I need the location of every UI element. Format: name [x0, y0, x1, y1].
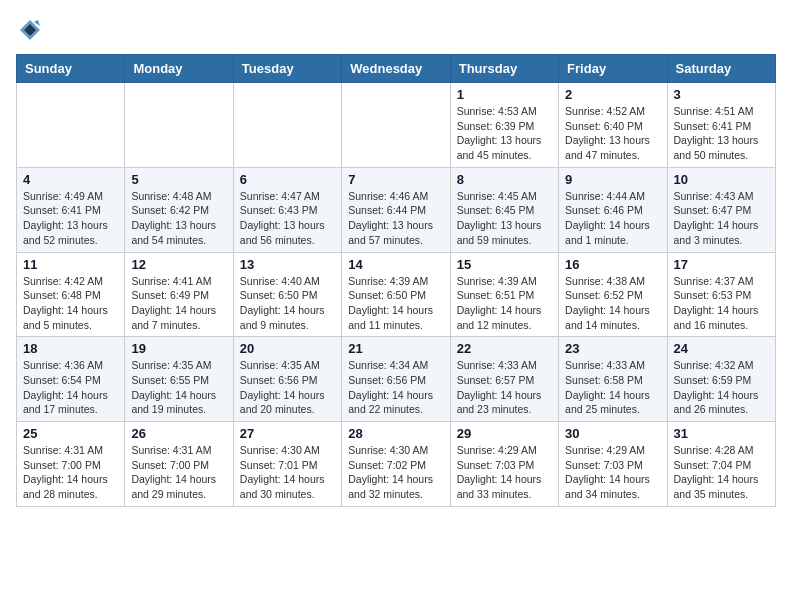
weekday-header: Friday	[559, 55, 667, 83]
day-info: Sunrise: 4:31 AM Sunset: 7:00 PM Dayligh…	[23, 443, 118, 502]
calendar-cell: 16Sunrise: 4:38 AM Sunset: 6:52 PM Dayli…	[559, 252, 667, 337]
weekday-header: Monday	[125, 55, 233, 83]
day-info: Sunrise: 4:51 AM Sunset: 6:41 PM Dayligh…	[674, 104, 769, 163]
day-number: 11	[23, 257, 118, 272]
day-number: 6	[240, 172, 335, 187]
calendar: SundayMondayTuesdayWednesdayThursdayFrid…	[16, 54, 776, 507]
day-info: Sunrise: 4:32 AM Sunset: 6:59 PM Dayligh…	[674, 358, 769, 417]
calendar-week-row: 11Sunrise: 4:42 AM Sunset: 6:48 PM Dayli…	[17, 252, 776, 337]
calendar-week-row: 4Sunrise: 4:49 AM Sunset: 6:41 PM Daylig…	[17, 167, 776, 252]
day-number: 5	[131, 172, 226, 187]
calendar-week-row: 1Sunrise: 4:53 AM Sunset: 6:39 PM Daylig…	[17, 83, 776, 168]
calendar-cell: 22Sunrise: 4:33 AM Sunset: 6:57 PM Dayli…	[450, 337, 558, 422]
calendar-cell: 28Sunrise: 4:30 AM Sunset: 7:02 PM Dayli…	[342, 422, 450, 507]
calendar-cell: 20Sunrise: 4:35 AM Sunset: 6:56 PM Dayli…	[233, 337, 341, 422]
day-info: Sunrise: 4:44 AM Sunset: 6:46 PM Dayligh…	[565, 189, 660, 248]
day-info: Sunrise: 4:29 AM Sunset: 7:03 PM Dayligh…	[565, 443, 660, 502]
day-number: 26	[131, 426, 226, 441]
calendar-cell	[233, 83, 341, 168]
day-info: Sunrise: 4:45 AM Sunset: 6:45 PM Dayligh…	[457, 189, 552, 248]
day-info: Sunrise: 4:48 AM Sunset: 6:42 PM Dayligh…	[131, 189, 226, 248]
calendar-cell: 18Sunrise: 4:36 AM Sunset: 6:54 PM Dayli…	[17, 337, 125, 422]
calendar-cell: 29Sunrise: 4:29 AM Sunset: 7:03 PM Dayli…	[450, 422, 558, 507]
day-info: Sunrise: 4:31 AM Sunset: 7:00 PM Dayligh…	[131, 443, 226, 502]
weekday-header: Wednesday	[342, 55, 450, 83]
day-number: 1	[457, 87, 552, 102]
day-info: Sunrise: 4:33 AM Sunset: 6:57 PM Dayligh…	[457, 358, 552, 417]
day-number: 19	[131, 341, 226, 356]
day-number: 13	[240, 257, 335, 272]
day-number: 10	[674, 172, 769, 187]
day-info: Sunrise: 4:35 AM Sunset: 6:56 PM Dayligh…	[240, 358, 335, 417]
calendar-cell: 17Sunrise: 4:37 AM Sunset: 6:53 PM Dayli…	[667, 252, 775, 337]
day-number: 12	[131, 257, 226, 272]
day-info: Sunrise: 4:49 AM Sunset: 6:41 PM Dayligh…	[23, 189, 118, 248]
day-info: Sunrise: 4:38 AM Sunset: 6:52 PM Dayligh…	[565, 274, 660, 333]
logo	[16, 16, 48, 44]
day-number: 3	[674, 87, 769, 102]
day-info: Sunrise: 4:43 AM Sunset: 6:47 PM Dayligh…	[674, 189, 769, 248]
calendar-cell: 13Sunrise: 4:40 AM Sunset: 6:50 PM Dayli…	[233, 252, 341, 337]
calendar-cell: 15Sunrise: 4:39 AM Sunset: 6:51 PM Dayli…	[450, 252, 558, 337]
day-number: 20	[240, 341, 335, 356]
day-number: 24	[674, 341, 769, 356]
day-info: Sunrise: 4:40 AM Sunset: 6:50 PM Dayligh…	[240, 274, 335, 333]
calendar-cell	[342, 83, 450, 168]
calendar-cell: 21Sunrise: 4:34 AM Sunset: 6:56 PM Dayli…	[342, 337, 450, 422]
calendar-cell: 10Sunrise: 4:43 AM Sunset: 6:47 PM Dayli…	[667, 167, 775, 252]
day-number: 30	[565, 426, 660, 441]
day-info: Sunrise: 4:47 AM Sunset: 6:43 PM Dayligh…	[240, 189, 335, 248]
day-number: 17	[674, 257, 769, 272]
calendar-cell: 5Sunrise: 4:48 AM Sunset: 6:42 PM Daylig…	[125, 167, 233, 252]
weekday-header: Tuesday	[233, 55, 341, 83]
day-number: 4	[23, 172, 118, 187]
day-info: Sunrise: 4:41 AM Sunset: 6:49 PM Dayligh…	[131, 274, 226, 333]
day-number: 8	[457, 172, 552, 187]
day-info: Sunrise: 4:39 AM Sunset: 6:50 PM Dayligh…	[348, 274, 443, 333]
day-info: Sunrise: 4:29 AM Sunset: 7:03 PM Dayligh…	[457, 443, 552, 502]
calendar-week-row: 25Sunrise: 4:31 AM Sunset: 7:00 PM Dayli…	[17, 422, 776, 507]
weekday-header: Saturday	[667, 55, 775, 83]
day-number: 22	[457, 341, 552, 356]
page-header	[16, 16, 776, 44]
day-number: 14	[348, 257, 443, 272]
calendar-cell: 8Sunrise: 4:45 AM Sunset: 6:45 PM Daylig…	[450, 167, 558, 252]
calendar-cell: 30Sunrise: 4:29 AM Sunset: 7:03 PM Dayli…	[559, 422, 667, 507]
day-number: 25	[23, 426, 118, 441]
day-number: 28	[348, 426, 443, 441]
day-number: 29	[457, 426, 552, 441]
day-info: Sunrise: 4:53 AM Sunset: 6:39 PM Dayligh…	[457, 104, 552, 163]
day-number: 9	[565, 172, 660, 187]
calendar-cell	[125, 83, 233, 168]
day-info: Sunrise: 4:34 AM Sunset: 6:56 PM Dayligh…	[348, 358, 443, 417]
day-info: Sunrise: 4:42 AM Sunset: 6:48 PM Dayligh…	[23, 274, 118, 333]
day-number: 27	[240, 426, 335, 441]
day-info: Sunrise: 4:39 AM Sunset: 6:51 PM Dayligh…	[457, 274, 552, 333]
calendar-cell: 25Sunrise: 4:31 AM Sunset: 7:00 PM Dayli…	[17, 422, 125, 507]
day-info: Sunrise: 4:46 AM Sunset: 6:44 PM Dayligh…	[348, 189, 443, 248]
weekday-header: Thursday	[450, 55, 558, 83]
day-info: Sunrise: 4:36 AM Sunset: 6:54 PM Dayligh…	[23, 358, 118, 417]
calendar-cell: 4Sunrise: 4:49 AM Sunset: 6:41 PM Daylig…	[17, 167, 125, 252]
calendar-week-row: 18Sunrise: 4:36 AM Sunset: 6:54 PM Dayli…	[17, 337, 776, 422]
calendar-cell: 12Sunrise: 4:41 AM Sunset: 6:49 PM Dayli…	[125, 252, 233, 337]
day-number: 7	[348, 172, 443, 187]
day-number: 21	[348, 341, 443, 356]
weekday-header: Sunday	[17, 55, 125, 83]
day-number: 16	[565, 257, 660, 272]
calendar-cell: 19Sunrise: 4:35 AM Sunset: 6:55 PM Dayli…	[125, 337, 233, 422]
calendar-cell: 3Sunrise: 4:51 AM Sunset: 6:41 PM Daylig…	[667, 83, 775, 168]
day-number: 2	[565, 87, 660, 102]
day-info: Sunrise: 4:35 AM Sunset: 6:55 PM Dayligh…	[131, 358, 226, 417]
day-info: Sunrise: 4:52 AM Sunset: 6:40 PM Dayligh…	[565, 104, 660, 163]
calendar-header-row: SundayMondayTuesdayWednesdayThursdayFrid…	[17, 55, 776, 83]
day-info: Sunrise: 4:28 AM Sunset: 7:04 PM Dayligh…	[674, 443, 769, 502]
day-number: 23	[565, 341, 660, 356]
calendar-cell: 26Sunrise: 4:31 AM Sunset: 7:00 PM Dayli…	[125, 422, 233, 507]
day-number: 31	[674, 426, 769, 441]
logo-icon	[16, 16, 44, 44]
day-info: Sunrise: 4:30 AM Sunset: 7:02 PM Dayligh…	[348, 443, 443, 502]
day-info: Sunrise: 4:37 AM Sunset: 6:53 PM Dayligh…	[674, 274, 769, 333]
calendar-cell: 9Sunrise: 4:44 AM Sunset: 6:46 PM Daylig…	[559, 167, 667, 252]
calendar-cell: 14Sunrise: 4:39 AM Sunset: 6:50 PM Dayli…	[342, 252, 450, 337]
